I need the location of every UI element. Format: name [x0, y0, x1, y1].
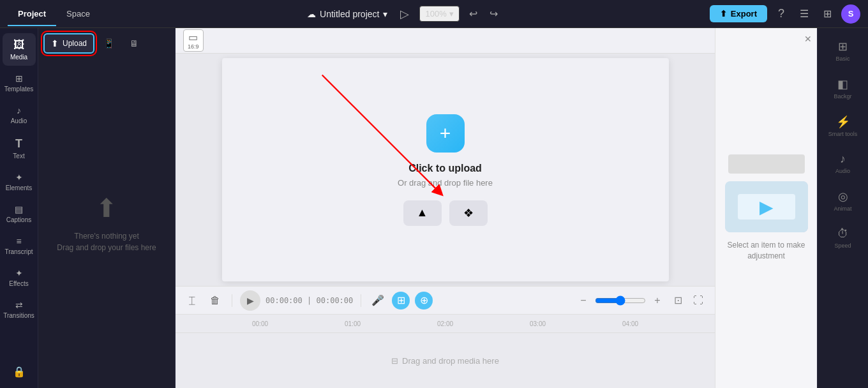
upload-title: Click to upload: [408, 163, 482, 174]
drop-zone-icon: ⊟: [391, 356, 398, 366]
header-left: Project Space: [8, 6, 100, 21]
header-right: ⬆ Export ? ☰ ⊞ S: [710, 4, 860, 24]
sidebar-item-text[interactable]: T Text: [3, 132, 36, 165]
ruler-mark-3: 03:00: [491, 320, 584, 327]
avatar[interactable]: S: [841, 4, 860, 24]
sidebar-item-elements[interactable]: ✦ Elements: [3, 167, 36, 197]
lock-icon: 🔒: [13, 366, 26, 378]
sidebar-label-transcript: Transcript: [4, 248, 33, 255]
right-panel-content: ✕ ▶ Select an item to make adjustment: [715, 28, 817, 388]
header-controls: ▷ 100% ▾ ↩ ↪: [395, 4, 502, 24]
sidebar-label-templates: Templates: [4, 86, 34, 93]
project-name-button[interactable]: ☁ Untitled project ▾: [307, 9, 387, 19]
layout-button[interactable]: ⊞: [818, 5, 836, 23]
upload-plus-button[interactable]: +: [426, 114, 465, 153]
mic-button[interactable]: 🎤: [369, 292, 387, 310]
project-name-label: Untitled project: [320, 9, 379, 19]
google-drive-icon: ▲: [417, 206, 428, 220]
right-tool-smart[interactable]: ⚡ Smart tools: [820, 108, 866, 144]
mobile-tab-icon: 📱: [103, 38, 114, 48]
screen-tab-icon: 🖥: [130, 38, 138, 48]
tab-space[interactable]: Space: [56, 6, 100, 21]
sidebar-item-effects[interactable]: ✦ Effects: [3, 263, 36, 292]
zoom-out-button[interactable]: −: [574, 292, 592, 310]
right-tool-animate[interactable]: ◎ Animat: [820, 183, 866, 218]
aspect-ratio-badge[interactable]: ▭ 16:9: [183, 29, 204, 52]
canvas-toolbar: ▭ 16:9: [176, 28, 715, 54]
zoom-label: 100%: [425, 9, 446, 19]
upload-tab[interactable]: ⬆ Upload: [43, 33, 94, 54]
right-tool-label-basic: Basic: [835, 56, 849, 62]
media-panel: ⬆ Upload 📱 🖥 ⬆ There's nothing yet Drag …: [38, 28, 176, 388]
speed-icon: ⏱: [837, 227, 849, 241]
magnet-button[interactable]: ⊞: [392, 292, 410, 310]
redo-button[interactable]: ↪: [485, 5, 503, 23]
audio-right-icon: ♪: [840, 153, 846, 166]
fit-button[interactable]: ⊡: [669, 292, 687, 310]
upload-tab-icon: ⬆: [51, 38, 59, 48]
zoom-slider[interactable]: [595, 295, 646, 306]
timeline-play-button[interactable]: ▶: [240, 290, 260, 311]
zoom-control[interactable]: 100% ▾: [419, 6, 459, 22]
close-icon: ✕: [804, 34, 812, 44]
help-button[interactable]: ?: [772, 5, 790, 23]
smart-icon: ⚡: [836, 115, 850, 129]
right-sidebar: ⊞ Basic ◧ Backgr ⚡ Smart tools ♪ Audio ◎…: [817, 28, 868, 388]
dropbox-icon: ❖: [463, 206, 474, 220]
select-item-text: Select an item to make adjustment: [726, 240, 807, 262]
tab-project[interactable]: Project: [8, 6, 56, 21]
canvas-area: ▭ 16:9 + Click to upload Or drag and dro…: [176, 28, 715, 286]
google-drive-button[interactable]: ▲: [403, 200, 442, 226]
audio-icon: ♪: [17, 105, 21, 116]
sidebar-item-captions[interactable]: ▤ Captions: [3, 199, 36, 228]
sidebar-label-elements: Elements: [6, 184, 33, 191]
sidebar-item-transitions[interactable]: ⇄ Transitions: [3, 295, 36, 324]
right-tool-audio[interactable]: ♪ Audio: [820, 146, 866, 181]
preview-play-button[interactable]: ▷: [395, 4, 414, 24]
fullscreen-button[interactable]: ⛶: [689, 292, 707, 310]
ruler-mark-0: 00:00: [214, 320, 306, 327]
right-tool-basic[interactable]: ⊞ Basic: [820, 33, 866, 68]
export-button[interactable]: ⬆ Export: [710, 5, 767, 22]
ruler-mark-2: 02:00: [399, 320, 491, 327]
screen-tab[interactable]: 🖥: [123, 33, 145, 54]
timeline-drop-zone[interactable]: ⊟ Drag and drop media here: [176, 332, 715, 388]
panel-empty-content: ⬆ There's nothing yet Drag and drop your…: [38, 59, 175, 388]
canvas-wrapper: + Click to upload Or drag and drop file …: [176, 54, 715, 286]
header-center: ☁ Untitled project ▾ ▷ 100% ▾ ↩ ↪: [100, 4, 710, 24]
placeholder-rect-top: [728, 154, 805, 174]
sidebar-item-lock[interactable]: 🔒: [3, 361, 36, 383]
main-layout: 🖼 Media ⊞ Templates ♪ Audio T Text ✦ Ele…: [0, 28, 868, 388]
sidebar-label-captions: Captions: [6, 216, 31, 223]
elements-icon: ✦: [15, 172, 23, 183]
panel-tabs: ⬆ Upload 📱 🖥: [38, 28, 175, 59]
sidebar-label-media: Media: [10, 54, 27, 61]
delete-button[interactable]: 🗑: [206, 292, 224, 310]
panel-empty-text: There's nothing yet Drag and drop your f…: [57, 230, 156, 253]
right-tool-speed[interactable]: ⏱ Speed: [820, 221, 866, 255]
time-separator: |: [307, 296, 316, 305]
zoom-in-button[interactable]: +: [648, 292, 666, 310]
sidebar-item-media[interactable]: 🖼 Media: [3, 33, 36, 66]
canvas[interactable]: + Click to upload Or drag and drop file …: [222, 58, 669, 281]
sidebar-label-audio: Audio: [11, 117, 27, 124]
sidebar-item-transcript[interactable]: ≡ Transcript: [3, 231, 36, 260]
grid-icon: ⊞: [838, 40, 848, 54]
captions-icon: ▤: [15, 204, 23, 214]
sidebar-item-templates[interactable]: ⊞ Templates: [3, 68, 36, 98]
sidebar-label-text: Text: [13, 153, 24, 160]
split-button[interactable]: ⌶: [183, 292, 201, 310]
right-tool-background[interactable]: ◧ Backgr: [820, 71, 866, 106]
undo-button[interactable]: ↩: [465, 5, 483, 23]
split-tool-button[interactable]: ⊕: [415, 292, 433, 310]
close-panel-button[interactable]: ✕: [804, 33, 812, 45]
ruler-mark-1: 01:00: [306, 320, 399, 327]
mobile-tab[interactable]: 📱: [97, 33, 121, 54]
right-panel-container: ✕ ▶ Select an item to make adjustment ⊞ …: [715, 28, 868, 388]
layers-button[interactable]: ☰: [795, 5, 813, 23]
export-icon: ⬆: [720, 9, 727, 19]
dropbox-button[interactable]: ❖: [449, 200, 488, 226]
right-tool-label-speed: Speed: [834, 243, 851, 249]
chevron-down-icon: ▾: [383, 9, 387, 19]
sidebar-item-audio[interactable]: ♪ Audio: [3, 100, 36, 130]
